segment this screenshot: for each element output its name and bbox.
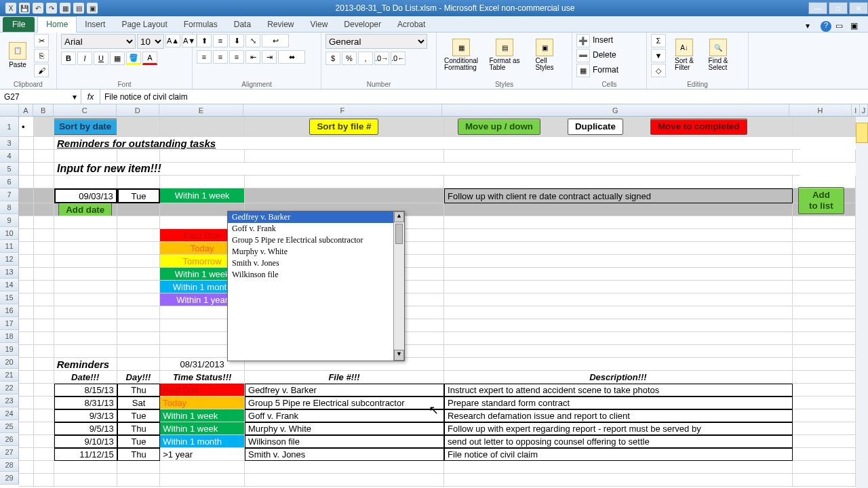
row-header[interactable]: 1 — [0, 117, 19, 137]
percent-icon[interactable]: % — [342, 52, 357, 65]
cut-icon[interactable]: ✂ — [34, 34, 49, 47]
input-description-cell[interactable]: Follow up with client re date contract a… — [444, 188, 793, 203]
font-name-select[interactable]: Arial — [61, 34, 136, 49]
conditional-formatting-button[interactable]: ▦Conditional Formatting — [441, 34, 481, 76]
format-painter-icon[interactable]: 🖌 — [34, 64, 49, 77]
sort-by-file-button[interactable]: Sort by file # — [309, 119, 378, 135]
col-header[interactable]: F — [243, 104, 442, 116]
currency-icon[interactable]: $ — [326, 52, 340, 65]
row-header[interactable]: 22 — [0, 382, 19, 394]
day-cell[interactable]: Thu — [117, 422, 160, 435]
tab-developer[interactable]: Developer — [336, 17, 389, 32]
tab-page-layout[interactable]: Page Layout — [113, 17, 175, 32]
decrease-decimal-icon[interactable]: .0← — [391, 52, 406, 65]
dropdown-scrollbar[interactable]: ▲ ▼ — [393, 211, 404, 361]
copy-icon[interactable]: ⎘ — [34, 49, 49, 62]
merge-button[interactable]: ⬌ — [278, 50, 305, 64]
decrease-indent-icon[interactable]: ⇤ — [245, 50, 260, 64]
desc-cell[interactable]: File notice of civil claim — [444, 448, 793, 461]
number-format-select[interactable]: General — [326, 34, 427, 49]
dropdown-option[interactable]: Smith v. Jones — [228, 258, 404, 269]
input-status-cell[interactable]: Within 1 week — [160, 188, 245, 203]
qat-icon[interactable]: ▣ — [87, 3, 98, 14]
file-cell[interactable]: Gedfrey v. Barker — [245, 384, 444, 396]
font-color-button[interactable]: A — [142, 52, 157, 65]
col-header[interactable]: C — [54, 104, 117, 116]
window-icon[interactable]: ▭ — [835, 21, 846, 32]
border-button[interactable]: ▦ — [110, 52, 125, 65]
add-to-list-button[interactable]: Add to list — [798, 187, 844, 214]
file-cell[interactable]: Smith v. Jones — [245, 448, 444, 461]
file-cell[interactable]: Murphy v. White — [245, 422, 444, 435]
dropdown-option[interactable]: Murphy v. White — [228, 246, 404, 258]
clear-icon[interactable]: ◇ — [651, 64, 666, 77]
add-date-button[interactable]: Add date — [58, 203, 112, 216]
col-header[interactable]: G — [442, 104, 789, 116]
row-header[interactable]: 13 — [0, 266, 19, 279]
align-right-icon[interactable]: ≡ — [229, 50, 244, 64]
minimize-icon[interactable]: — — [808, 2, 827, 14]
insert-icon[interactable]: ➕ — [576, 34, 590, 47]
row-header[interactable]: 16 — [0, 304, 19, 317]
insert-label[interactable]: Insert — [591, 34, 614, 47]
paste-button[interactable]: 📋 Paste — [4, 34, 31, 76]
row-header[interactable]: 10 — [0, 227, 19, 240]
underline-button[interactable]: U — [94, 52, 108, 65]
move-up-down-button[interactable]: Move up / down — [458, 119, 540, 135]
col-header[interactable]: H — [789, 104, 852, 116]
grid-body[interactable]: • Sort by date Sort by file # Move up / … — [19, 117, 856, 487]
date-cell[interactable]: 11/12/15 — [54, 448, 117, 461]
row-header[interactable]: 18 — [0, 330, 19, 343]
comma-icon[interactable]: , — [358, 52, 373, 65]
row-header[interactable]: 19 — [0, 343, 19, 356]
file-cell[interactable]: Wilkinson file — [245, 435, 444, 448]
status-cell[interactable]: Within 1 week — [160, 409, 245, 422]
format-icon[interactable]: ▦ — [576, 64, 590, 77]
tab-review[interactable]: Review — [259, 17, 302, 32]
desc-cell[interactable]: Instruct expert to attend accident scene… — [444, 384, 793, 396]
status-cell[interactable]: Today — [160, 396, 245, 409]
desc-cell[interactable]: Follow up with expert regarding report -… — [444, 422, 793, 435]
status-cell[interactable]: Within 1 month — [160, 435, 245, 448]
increase-decimal-icon[interactable]: .0→ — [374, 52, 389, 65]
align-left-icon[interactable]: ≡ — [197, 50, 212, 64]
desc-cell[interactable]: Research defamation issue and report to … — [444, 409, 793, 422]
help-icon[interactable]: ? — [821, 21, 831, 32]
row-header[interactable]: 28 — [0, 459, 19, 472]
row-header[interactable]: 27 — [0, 446, 19, 459]
autosum-icon[interactable]: Σ — [651, 34, 666, 47]
fx-icon[interactable]: fx — [81, 89, 100, 104]
minimize-ribbon-icon[interactable]: ▾ — [806, 21, 816, 32]
file-cell[interactable]: Group 5 Pipe re Electrical subcontractor — [245, 396, 444, 409]
date-cell[interactable]: 8/15/13 — [54, 384, 117, 396]
scroll-thumb[interactable] — [395, 224, 403, 244]
col-header[interactable]: D — [117, 104, 159, 116]
dropdown-option[interactable]: Group 5 Pipe re Electrical subcontractor — [228, 235, 404, 246]
delete-label[interactable]: Delete — [591, 49, 618, 62]
row-header[interactable]: 24 — [0, 407, 19, 420]
find-select-button[interactable]: 🔍Find & Select — [703, 34, 734, 76]
status-cell[interactable]: >1 year — [160, 448, 245, 461]
file-cell[interactable]: Goff v. Frank — [245, 409, 444, 422]
qat-icon[interactable]: ▦ — [60, 3, 71, 14]
scroll-up-icon[interactable]: ▲ — [394, 211, 404, 222]
row-header[interactable]: 3 — [0, 137, 19, 150]
row-header[interactable]: 9 — [0, 214, 19, 227]
tab-view[interactable]: View — [302, 17, 336, 32]
save-icon[interactable]: 💾 — [19, 3, 30, 14]
tab-home[interactable]: Home — [37, 16, 77, 33]
row-header[interactable]: 5 — [0, 163, 19, 176]
input-date-cell[interactable]: 09/03/13 — [54, 188, 117, 203]
col-header[interactable]: B — [33, 104, 54, 116]
orientation-icon[interactable]: ⤡ — [245, 34, 260, 47]
tab-file[interactable]: File — [3, 17, 35, 32]
qat-icon[interactable]: ▤ — [73, 3, 84, 14]
row-header[interactable]: 7 — [0, 188, 19, 201]
day-cell[interactable]: Tue — [117, 435, 160, 448]
font-size-select[interactable]: 10 — [137, 34, 164, 49]
col-header[interactable]: J — [860, 104, 868, 116]
align-middle-icon[interactable]: ≡ — [213, 34, 228, 47]
align-bottom-icon[interactable]: ⬇ — [229, 34, 244, 47]
desc-cell[interactable]: send out letter to opposing counsel offe… — [444, 435, 793, 448]
file-dropdown-list[interactable]: Gedfrey v. BarkerGoff v. FrankGroup 5 Pi… — [227, 211, 405, 361]
